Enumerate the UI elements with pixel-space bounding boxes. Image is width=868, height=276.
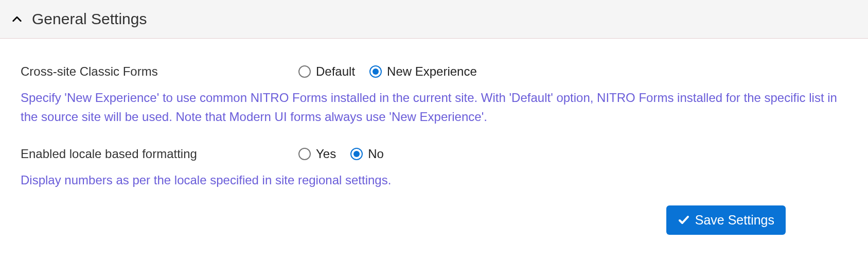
setting-row-locale-formatting: Enabled locale based formatting Yes No (21, 147, 847, 161)
setting-label-cross-site: Cross-site Classic Forms (21, 64, 298, 79)
help-text-cross-site: Specify 'New Experience' to use common N… (21, 88, 847, 126)
panel-title: General Settings (32, 10, 147, 28)
radio-locale-yes[interactable]: Yes (298, 147, 336, 161)
check-icon (678, 214, 690, 226)
radio-cross-site-new-experience[interactable]: New Experience (369, 64, 477, 79)
chevron-up-icon (11, 13, 23, 25)
setting-label-locale-formatting: Enabled locale based formatting (21, 147, 298, 161)
radio-label: No (368, 147, 384, 161)
radio-cross-site-default[interactable]: Default (298, 64, 355, 79)
radio-icon (369, 65, 382, 78)
help-text-locale-formatting: Display numbers as per the locale specif… (21, 170, 847, 189)
button-row: Save Settings (21, 205, 847, 235)
radio-locale-no[interactable]: No (350, 147, 384, 161)
radio-icon (298, 65, 311, 78)
save-settings-button[interactable]: Save Settings (666, 205, 786, 235)
save-button-label: Save Settings (695, 213, 774, 228)
radio-label: Default (316, 64, 355, 79)
radio-label: New Experience (387, 64, 477, 79)
options-locale-formatting: Yes No (298, 147, 384, 161)
setting-row-cross-site: Cross-site Classic Forms Default New Exp… (21, 64, 847, 79)
radio-icon (350, 148, 363, 160)
panel-header-general-settings[interactable]: General Settings (0, 0, 868, 39)
panel-body: Cross-site Classic Forms Default New Exp… (0, 39, 868, 250)
radio-icon (298, 148, 311, 160)
radio-label: Yes (316, 147, 336, 161)
options-cross-site: Default New Experience (298, 64, 477, 79)
